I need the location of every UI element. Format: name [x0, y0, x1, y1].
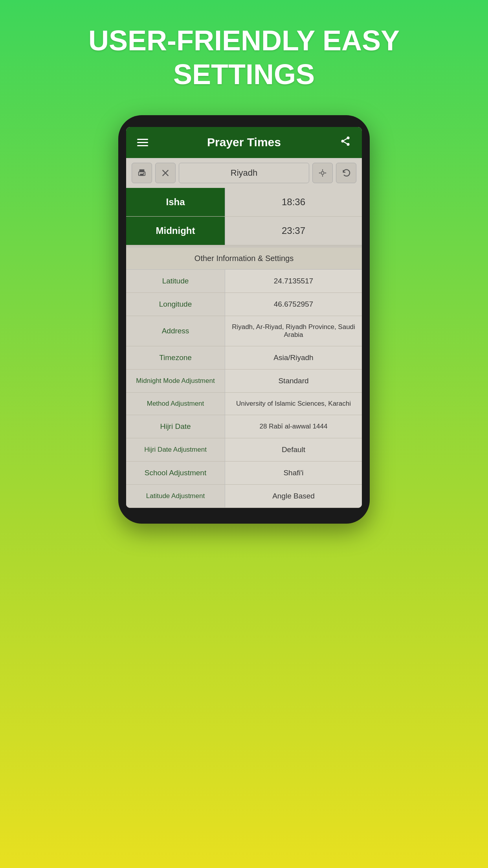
info-row-hijri-adjust: Hijri Date Adjustment Default	[126, 438, 362, 462]
info-row-timezone: Timezone Asia/Riyadh	[126, 346, 362, 370]
prayer-list: Isha 18:36 Midnight 23:37	[126, 188, 362, 245]
info-value-longitude: 46.6752957	[225, 293, 362, 316]
info-row-latitude: Latitude 24.7135517	[126, 270, 362, 293]
svg-point-8	[143, 173, 144, 174]
info-label-method: Method Adjustment	[126, 393, 225, 415]
info-label-latitude: Latitude	[126, 270, 225, 292]
info-label-latitude-adjust: Latitude Adjustment	[126, 485, 225, 508]
info-value-midnight-mode: Standard	[225, 370, 362, 392]
info-label-hijri-date: Hijri Date	[126, 415, 225, 438]
section-header: Other Information & Settings	[126, 245, 362, 270]
svg-point-2	[347, 143, 349, 145]
location-input[interactable]	[179, 163, 309, 183]
phone-screen: Prayer Times	[126, 127, 362, 508]
info-row-school: School Adjustment Shafi'i	[126, 462, 362, 485]
svg-line-4	[344, 138, 347, 140]
clear-button[interactable]	[155, 163, 176, 183]
svg-point-0	[347, 136, 349, 139]
info-label-midnight-mode: Midnight Mode Adjustment	[126, 370, 225, 392]
svg-point-11	[321, 171, 324, 174]
app-title: Prayer Times	[207, 136, 281, 149]
prayer-name-isha: Isha	[126, 188, 225, 216]
info-value-method: University of Islamic Sciences, Karachi	[225, 393, 362, 415]
phone-device: Prayer Times	[118, 115, 370, 524]
info-row-latitude-adjust: Latitude Adjustment Angle Based	[126, 485, 362, 508]
info-value-school: Shafi'i	[225, 462, 362, 484]
refresh-button[interactable]	[336, 163, 356, 183]
svg-line-3	[344, 142, 347, 144]
info-value-hijri-date: 28 Rabī al-awwal 1444	[225, 415, 362, 438]
info-label-school: School Adjustment	[126, 462, 225, 484]
gps-button[interactable]	[312, 163, 333, 183]
info-row-midnight-mode: Midnight Mode Adjustment Standard	[126, 370, 362, 393]
prayer-time-midnight: 23:37	[225, 217, 362, 245]
print-button[interactable]	[132, 163, 152, 183]
info-value-timezone: Asia/Riyadh	[225, 346, 362, 369]
share-icon[interactable]	[340, 136, 351, 149]
menu-icon[interactable]	[137, 139, 148, 146]
prayer-name-midnight: Midnight	[126, 217, 225, 245]
info-value-address: Riyadh, Ar-Riyad, Riyadh Province, Saudi…	[225, 316, 362, 346]
info-row-method: Method Adjustment University of Islamic …	[126, 393, 362, 415]
info-label-longitude: Longitude	[126, 293, 225, 316]
info-label-hijri-adjust: Hijri Date Adjustment	[126, 438, 225, 461]
svg-rect-7	[140, 174, 143, 176]
info-table: Latitude 24.7135517 Longitude 46.6752957…	[126, 270, 362, 508]
page-title: USER-FRIENDLY EASY SETTINGS	[57, 0, 431, 107]
prayer-time-isha: 18:36	[225, 188, 362, 216]
prayer-row-isha: Isha 18:36	[126, 188, 362, 217]
app-header: Prayer Times	[126, 127, 362, 158]
info-value-hijri-adjust: Default	[225, 438, 362, 461]
svg-point-1	[341, 140, 344, 142]
info-label-address: Address	[126, 316, 225, 346]
info-value-latitude: 24.7135517	[225, 270, 362, 292]
toolbar	[126, 158, 362, 188]
info-value-latitude-adjust: Angle Based	[225, 485, 362, 508]
info-label-timezone: Timezone	[126, 346, 225, 369]
prayer-row-midnight: Midnight 23:37	[126, 217, 362, 245]
info-row-longitude: Longitude 46.6752957	[126, 293, 362, 316]
svg-rect-5	[139, 169, 145, 172]
info-row-address: Address Riyadh, Ar-Riyad, Riyadh Provinc…	[126, 316, 362, 346]
info-row-hijri-date: Hijri Date 28 Rabī al-awwal 1444	[126, 415, 362, 438]
